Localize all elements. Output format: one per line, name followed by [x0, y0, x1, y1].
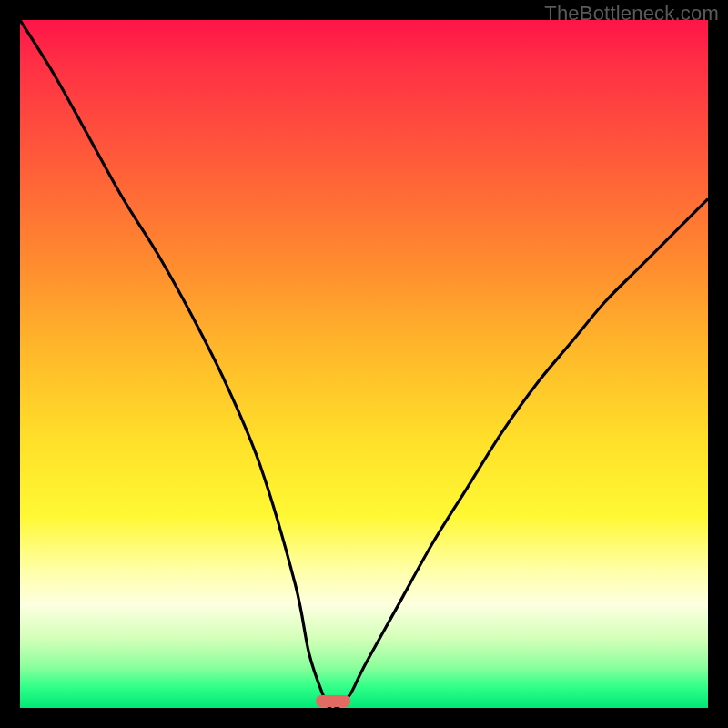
- optimum-marker: [316, 695, 350, 707]
- chart-frame: TheBottleneck.com: [0, 0, 728, 728]
- attribution-text: TheBottleneck.com: [544, 2, 719, 25]
- bottleneck-curve: [20, 20, 708, 708]
- plot-area: [20, 20, 708, 708]
- curve-path: [20, 20, 708, 708]
